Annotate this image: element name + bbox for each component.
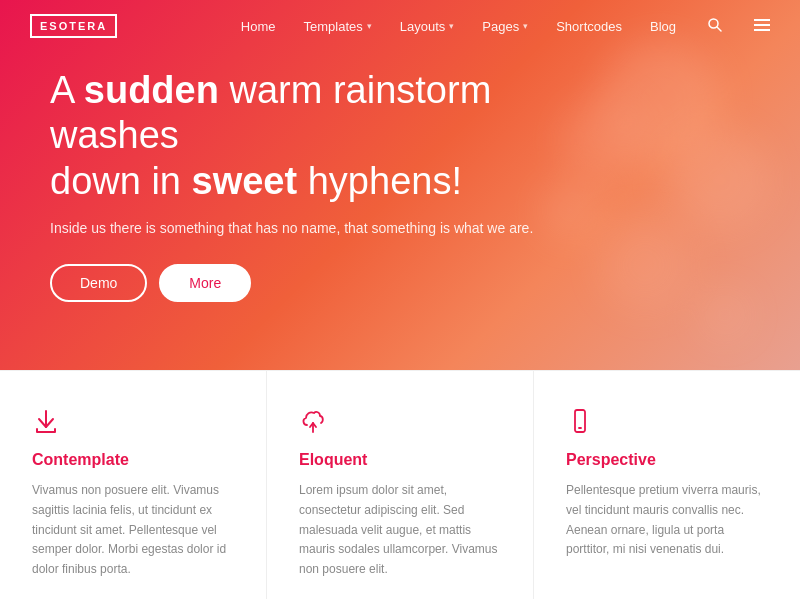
cloud-upload-icon bbox=[299, 407, 327, 435]
features-section: Contemplate Vivamus non posuere elit. Vi… bbox=[0, 370, 800, 599]
header: ESOTERA Home Templates ▾ Layouts ▾ Pages… bbox=[0, 0, 800, 52]
logo[interactable]: ESOTERA bbox=[30, 14, 117, 38]
contemplate-text: Vivamus non posuere elit. Vivamus sagitt… bbox=[32, 481, 234, 580]
hero-title: A sudden warm rainstorm washesdown in sw… bbox=[50, 68, 630, 205]
chevron-down-icon: ▾ bbox=[367, 21, 372, 31]
svg-line-1 bbox=[717, 27, 721, 31]
hero-section: ESOTERA Home Templates ▾ Layouts ▾ Pages… bbox=[0, 0, 800, 370]
demo-button[interactable]: Demo bbox=[50, 264, 147, 302]
feature-perspective: Perspective Pellentesque pretium viverra… bbox=[534, 371, 800, 599]
hero-buttons: Demo More bbox=[50, 264, 630, 302]
nav-home[interactable]: Home bbox=[241, 19, 276, 34]
feature-eloquent: Eloquent Lorem ipsum dolor sit amet, con… bbox=[267, 371, 534, 599]
nav-shortcodes[interactable]: Shortcodes bbox=[556, 19, 622, 34]
chevron-down-icon: ▾ bbox=[523, 21, 528, 31]
contemplate-title: Contemplate bbox=[32, 451, 234, 469]
more-button[interactable]: More bbox=[159, 264, 251, 302]
nav-layouts[interactable]: Layouts ▾ bbox=[400, 19, 455, 34]
hero-subtitle: Inside us there is something that has no… bbox=[50, 220, 630, 236]
navigation: Home Templates ▾ Layouts ▾ Pages ▾ Short… bbox=[241, 18, 770, 35]
menu-icon[interactable] bbox=[754, 18, 770, 34]
nav-blog[interactable]: Blog bbox=[650, 19, 676, 34]
perspective-text: Pellentesque pretium viverra mauris, vel… bbox=[566, 481, 768, 560]
mobile-icon bbox=[566, 407, 594, 435]
nav-templates[interactable]: Templates ▾ bbox=[304, 19, 372, 34]
hero-content: A sudden warm rainstorm washesdown in sw… bbox=[0, 68, 680, 303]
download-icon bbox=[32, 407, 60, 435]
eloquent-text: Lorem ipsum dolor sit amet, consectetur … bbox=[299, 481, 501, 580]
nav-pages[interactable]: Pages ▾ bbox=[482, 19, 528, 34]
feature-contemplate: Contemplate Vivamus non posuere elit. Vi… bbox=[0, 371, 267, 599]
perspective-title: Perspective bbox=[566, 451, 768, 469]
search-icon[interactable] bbox=[708, 18, 722, 35]
chevron-down-icon: ▾ bbox=[449, 21, 454, 31]
eloquent-title: Eloquent bbox=[299, 451, 501, 469]
